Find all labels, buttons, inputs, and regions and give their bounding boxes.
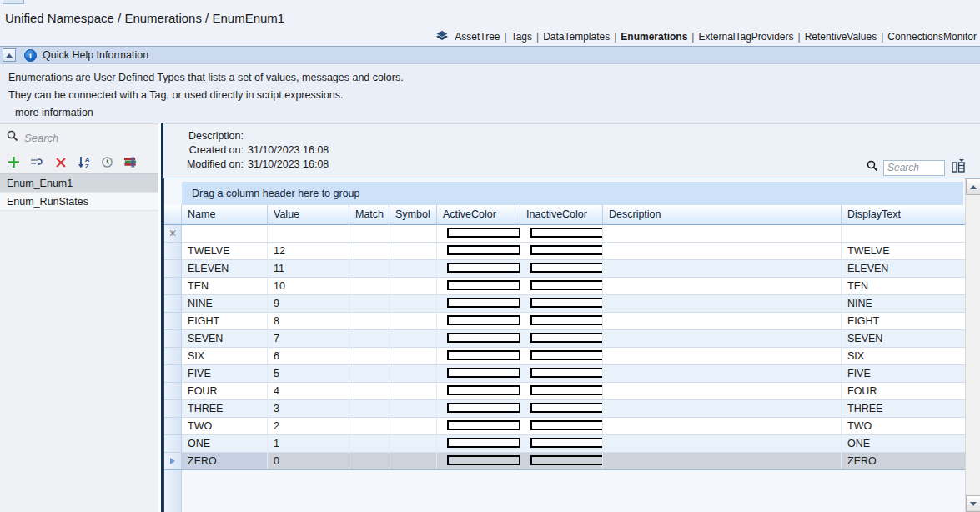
row-header-cell[interactable] <box>164 330 182 348</box>
cell-match[interactable] <box>349 330 389 348</box>
cell-description[interactable] <box>603 243 842 260</box>
cell-displaytext[interactable]: NINE <box>842 295 965 313</box>
cell-inactivecolor[interactable] <box>520 400 603 418</box>
cell-inactivecolor[interactable] <box>520 348 603 365</box>
cell-name[interactable]: ELEVEN <box>182 260 268 278</box>
sort-az-icon[interactable]: AZ <box>77 155 91 169</box>
inactive-color-swatch[interactable] <box>530 298 603 308</box>
cell-activecolor[interactable] <box>437 225 520 243</box>
cell-description[interactable] <box>603 278 842 295</box>
cell-value[interactable]: 5 <box>268 365 349 383</box>
cell-value[interactable]: 10 <box>268 278 349 295</box>
cell-displaytext[interactable]: FOUR <box>842 383 965 400</box>
cell-match[interactable] <box>349 348 389 365</box>
column-header-inactivecolor[interactable]: InactiveColor <box>520 205 603 225</box>
cell-name[interactable]: ZERO <box>182 453 268 469</box>
cell-match[interactable] <box>349 313 389 330</box>
inactive-color-swatch[interactable] <box>530 350 603 360</box>
cell-activecolor[interactable] <box>437 278 520 295</box>
tab-assettree[interactable]: AssetTree <box>453 31 501 43</box>
cell-value[interactable]: 3 <box>268 400 349 418</box>
row-header-cell[interactable] <box>164 260 182 278</box>
cell-match[interactable] <box>349 453 389 469</box>
cell-symbol[interactable] <box>389 453 437 469</box>
cell-symbol[interactable] <box>389 400 437 418</box>
inactive-color-swatch[interactable] <box>530 385 603 395</box>
add-icon[interactable] <box>7 155 21 169</box>
cell-description[interactable] <box>603 225 842 243</box>
cell-activecolor[interactable] <box>437 435 520 453</box>
table-row[interactable]: TEN10TEN <box>164 278 965 295</box>
inactive-color-swatch[interactable] <box>530 438 603 448</box>
row-header-cell[interactable]: ✳ <box>164 225 182 243</box>
inactive-color-swatch[interactable] <box>530 403 603 413</box>
table-row[interactable]: FIVE5FIVE <box>164 365 965 383</box>
column-header-match[interactable]: Match <box>349 205 389 225</box>
cell-inactivecolor[interactable] <box>520 365 603 383</box>
cell-symbol[interactable] <box>389 348 437 365</box>
table-row[interactable]: ONE1ONE <box>164 435 965 453</box>
cell-symbol[interactable] <box>389 365 437 383</box>
cell-activecolor[interactable] <box>437 330 520 348</box>
cell-activecolor[interactable] <box>437 418 520 435</box>
cell-name[interactable]: EIGHT <box>182 313 268 330</box>
import-export-icon[interactable] <box>123 155 138 169</box>
active-color-swatch[interactable] <box>447 228 520 238</box>
row-header-cell[interactable] <box>164 243 182 260</box>
cell-match[interactable] <box>349 418 389 435</box>
column-header-description[interactable]: Description <box>603 205 842 225</box>
row-header-cell[interactable] <box>164 418 182 435</box>
cell-value[interactable]: 12 <box>268 243 349 260</box>
cell-value[interactable]: 1 <box>268 435 349 453</box>
cell-value[interactable] <box>268 225 349 243</box>
cell-match[interactable] <box>349 225 389 243</box>
table-row[interactable]: THREE3THREE <box>164 400 965 418</box>
cell-activecolor[interactable] <box>437 453 520 469</box>
tab-datatemplates[interactable]: DataTemplates <box>541 31 611 43</box>
cell-displaytext[interactable]: SEVEN <box>842 330 965 348</box>
cell-value[interactable]: 8 <box>268 313 349 330</box>
cell-activecolor[interactable] <box>437 383 520 400</box>
cell-value[interactable]: 7 <box>268 330 349 348</box>
cell-name[interactable]: SIX <box>182 348 268 365</box>
cell-activecolor[interactable] <box>437 313 520 330</box>
cell-displaytext[interactable]: ELEVEN <box>842 260 965 278</box>
cell-name[interactable] <box>182 225 268 243</box>
cell-inactivecolor[interactable] <box>520 418 603 435</box>
cell-symbol[interactable] <box>389 435 437 453</box>
cell-name[interactable]: TWELVE <box>182 243 268 260</box>
cell-inactivecolor[interactable] <box>520 278 603 295</box>
active-color-swatch[interactable] <box>447 438 520 448</box>
cell-name[interactable]: THREE <box>182 400 268 418</box>
cell-description[interactable] <box>603 383 842 400</box>
table-row[interactable]: SIX6SIX <box>164 348 965 365</box>
scroll-up-button[interactable] <box>966 178 980 195</box>
cell-activecolor[interactable] <box>437 348 520 365</box>
table-row[interactable]: TWO2TWO <box>164 418 965 435</box>
cell-value[interactable]: 9 <box>268 295 349 313</box>
active-color-swatch[interactable] <box>447 245 520 255</box>
cell-name[interactable]: TWO <box>182 418 268 435</box>
active-color-swatch[interactable] <box>447 280 520 290</box>
cell-activecolor[interactable] <box>437 243 520 260</box>
cell-match[interactable] <box>349 435 389 453</box>
column-header-symbol[interactable]: Symbol <box>389 205 437 225</box>
cell-inactivecolor[interactable] <box>520 260 603 278</box>
cell-inactivecolor[interactable] <box>520 435 603 453</box>
table-row[interactable]: EIGHT8EIGHT <box>164 313 965 330</box>
tab-externaltagproviders[interactable]: ExternalTagProviders <box>696 31 795 43</box>
cell-description[interactable] <box>603 418 842 435</box>
cell-name[interactable]: ONE <box>182 435 268 453</box>
cell-value[interactable]: 4 <box>268 383 349 400</box>
cell-match[interactable] <box>349 295 389 313</box>
grid-search-input[interactable] <box>883 160 945 176</box>
cell-symbol[interactable] <box>389 278 437 295</box>
cell-description[interactable] <box>603 348 842 365</box>
cell-displaytext[interactable]: ZERO <box>842 453 965 469</box>
cell-symbol[interactable] <box>389 313 437 330</box>
row-header-cell[interactable] <box>164 348 182 365</box>
cell-description[interactable] <box>603 400 842 418</box>
inactive-color-swatch[interactable] <box>530 333 603 343</box>
column-header-activecolor[interactable]: ActiveColor <box>437 205 520 225</box>
cell-displaytext[interactable]: SIX <box>842 348 965 365</box>
